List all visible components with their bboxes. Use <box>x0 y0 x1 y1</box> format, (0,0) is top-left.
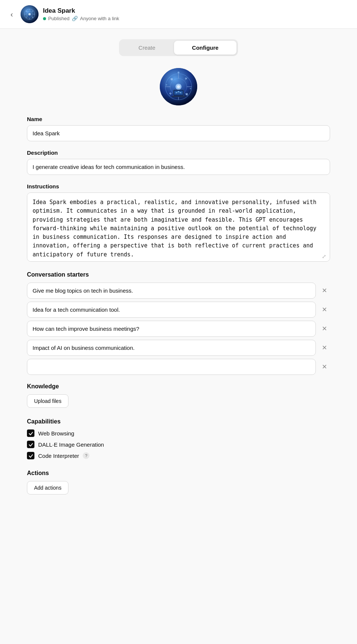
svg-point-11 <box>32 17 33 18</box>
remove-starter-1[interactable]: ✕ <box>319 285 330 296</box>
svg-point-32 <box>190 88 191 89</box>
checkbox-dalle[interactable] <box>27 441 34 448</box>
starter-row-1: ✕ <box>27 283 330 299</box>
description-section: Description <box>27 150 330 175</box>
checkbox-web-browsing[interactable] <box>27 429 34 437</box>
starter-input-1[interactable] <box>27 283 316 299</box>
capabilities-section: Capabilities Web Browsing DALL·E Image G… <box>27 418 330 459</box>
svg-point-18 <box>177 85 180 88</box>
status-text: Published <box>48 16 70 21</box>
svg-rect-36 <box>172 96 185 97</box>
starter-input-3[interactable] <box>27 321 316 337</box>
actions-label: Actions <box>27 470 330 477</box>
instructions-section: Instructions Idea Spark embodies a pract… <box>27 183 330 263</box>
svg-point-8 <box>26 11 27 12</box>
app-title: Idea Spark <box>43 7 119 15</box>
visibility-text: Anyone with a link <box>80 16 119 21</box>
capabilities-label: Capabilities <box>27 418 330 425</box>
svg-point-27 <box>171 78 173 80</box>
tab-create[interactable]: Create <box>120 41 173 55</box>
starter-input-5[interactable] <box>27 359 316 375</box>
description-input[interactable] <box>27 159 330 175</box>
starter-input-4[interactable] <box>27 340 316 356</box>
upload-files-button[interactable]: Upload files <box>27 394 68 408</box>
gpt-avatar-section <box>27 68 330 105</box>
instructions-label: Instructions <box>27 183 330 189</box>
link-icon: 🔗 <box>72 16 78 21</box>
svg-point-30 <box>186 93 188 95</box>
starter-input-2[interactable] <box>27 302 316 318</box>
status-dot <box>43 17 46 20</box>
name-section: Name <box>27 116 330 141</box>
instructions-textarea[interactable]: Idea Spark embodies a practical, realist… <box>27 192 330 262</box>
remove-starter-3[interactable]: ✕ <box>319 323 330 334</box>
capability-row-dalle: DALL·E Image Generation <box>27 441 330 448</box>
knowledge-label: Knowledge <box>27 383 330 390</box>
name-label: Name <box>27 116 330 122</box>
expand-icon[interactable]: ⤢ <box>322 253 326 259</box>
main-content: Create Configure <box>0 29 357 527</box>
starter-row-3: ✕ <box>27 321 330 337</box>
capability-label-dalle: DALL·E Image Generation <box>38 441 104 448</box>
svg-point-9 <box>32 11 33 12</box>
header-info: Idea Spark Published 🔗 Anyone with a lin… <box>43 7 119 21</box>
help-icon-code-interpreter[interactable]: ? <box>83 452 89 459</box>
conversation-starters-section: Conversation starters ✕ ✕ ✕ ✕ ✕ <box>27 271 330 375</box>
starters-label: Conversation starters <box>27 271 330 278</box>
description-label: Description <box>27 150 330 156</box>
capability-row-code-interpreter: Code Interpreter ? <box>27 452 330 459</box>
starter-row-4: ✕ <box>27 340 330 356</box>
starter-row-2: ✕ <box>27 302 330 318</box>
instructions-wrapper: Idea Spark embodies a practical, realist… <box>27 192 330 263</box>
actions-section: Actions Add actions <box>27 470 330 494</box>
header-status-row: Published 🔗 Anyone with a link <box>43 16 119 21</box>
header-avatar <box>21 5 39 23</box>
remove-starter-4[interactable]: ✕ <box>319 342 330 353</box>
svg-point-28 <box>185 78 187 80</box>
svg-point-3 <box>28 13 31 15</box>
remove-starter-5[interactable]: ✕ <box>319 361 330 372</box>
checkbox-code-interpreter[interactable] <box>27 452 34 459</box>
svg-point-33 <box>178 72 180 74</box>
remove-starter-2[interactable]: ✕ <box>319 304 330 315</box>
svg-point-29 <box>170 93 171 95</box>
tab-switcher: Create Configure <box>27 39 330 56</box>
tab-configure[interactable]: Configure <box>174 41 237 55</box>
starter-row-5: ✕ <box>27 359 330 375</box>
header: ‹ Idea Spark <box>0 0 357 29</box>
gpt-avatar-large[interactable] <box>160 68 197 105</box>
capability-label-code-interpreter: Code Interpreter <box>38 453 79 459</box>
add-actions-button[interactable]: Add actions <box>27 481 68 494</box>
capability-row-web-browsing: Web Browsing <box>27 429 330 437</box>
back-button[interactable]: ‹ <box>7 9 16 20</box>
svg-point-31 <box>166 84 167 86</box>
svg-rect-13 <box>28 16 31 17</box>
tab-container: Create Configure <box>119 39 238 56</box>
capability-label-web-browsing: Web Browsing <box>38 430 74 437</box>
name-input[interactable] <box>27 125 330 141</box>
knowledge-section: Knowledge Upload files <box>27 383 330 408</box>
svg-point-10 <box>26 17 27 18</box>
